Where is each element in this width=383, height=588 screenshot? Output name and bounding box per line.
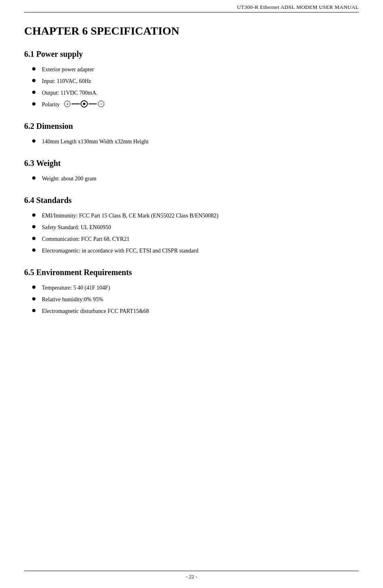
list-item-text: Communication: FCC Part 68, CYR21 bbox=[42, 235, 129, 243]
section-standards: 6.4 Standards EMI/Immunity: FCC Part 15 … bbox=[24, 196, 359, 255]
bullet-icon bbox=[32, 297, 35, 300]
list-item: Temperature: 5 40 (41F 104F) bbox=[32, 284, 359, 292]
polarity-symbol bbox=[64, 100, 104, 108]
bullet-icon bbox=[32, 176, 35, 180]
list-item: Safety Standard: UL EN60950 bbox=[32, 223, 359, 232]
list-item-text: Safety Standard: UL EN60950 bbox=[42, 223, 111, 232]
section-title-standards: 6.4 Standards bbox=[24, 196, 359, 205]
list-item-text: Relative humidity:0% 95% bbox=[42, 295, 103, 304]
list-item: Communication: FCC Part 68, CYR21 bbox=[32, 235, 359, 243]
section-title-power-supply: 6.1 Power supply bbox=[24, 50, 359, 59]
bullet-icon bbox=[32, 213, 35, 217]
section-title-weight: 6.3 Weight bbox=[24, 159, 359, 168]
list-item-text: Exterior power adapter bbox=[42, 65, 94, 74]
bullet-icon bbox=[32, 91, 35, 94]
polarity-line-left bbox=[72, 104, 80, 104]
list-item-text: Weight: about 200 gram bbox=[42, 174, 96, 183]
list-item: Electromagnetic: in accordance with FCC,… bbox=[32, 246, 359, 255]
polarity-label: Polarity bbox=[42, 100, 62, 109]
bullet-icon bbox=[32, 309, 35, 312]
bullet-icon bbox=[32, 102, 35, 106]
section-title-dimension: 6.2 Dimension bbox=[24, 122, 359, 131]
bullet-icon bbox=[32, 237, 35, 240]
list-item-text: 140mm Length x130mm Width x32mm Height bbox=[42, 137, 149, 146]
polarity-center-icon bbox=[81, 100, 88, 108]
bullet-icon bbox=[32, 225, 35, 228]
list-item: EMI/Immunity: FCC Part 15 Class B, CE Ma… bbox=[32, 211, 359, 220]
polarity-plus-icon bbox=[64, 101, 70, 107]
weight-list: Weight: about 200 gram bbox=[32, 174, 359, 183]
header-title: UT300-R Ethernet ADSL MODEM USER MANUAL bbox=[237, 4, 359, 10]
environment-list: Temperature: 5 40 (41F 104F) Relative hu… bbox=[32, 284, 359, 315]
section-weight: 6.3 Weight Weight: about 200 gram bbox=[24, 159, 359, 183]
list-item: Electromagnetic disturbance FCC PART15&6… bbox=[32, 307, 359, 315]
list-item: Output: 11VDC 700mA. bbox=[32, 89, 359, 97]
list-item-text: Output: 11VDC 700mA. bbox=[42, 89, 97, 97]
chapter-title: CHAPTER 6 SPECIFICATION bbox=[24, 25, 359, 37]
bullet-icon bbox=[32, 79, 35, 82]
bullet-icon bbox=[32, 248, 35, 252]
list-item: Exterior power adapter bbox=[32, 65, 359, 74]
list-item: 140mm Length x130mm Width x32mm Height bbox=[32, 137, 359, 146]
dimension-list: 140mm Length x130mm Width x32mm Height bbox=[32, 137, 359, 146]
section-title-environment: 6.5 Environment Requirements bbox=[24, 268, 359, 277]
bullet-icon bbox=[32, 286, 35, 289]
list-item: Relative humidity:0% 95% bbox=[32, 295, 359, 304]
page-number: - 22 - bbox=[186, 574, 197, 580]
list-item-text: Input: 110VAC, 60Hz bbox=[42, 77, 91, 85]
header-bar: UT300-R Ethernet ADSL MODEM USER MANUAL bbox=[24, 4, 359, 12]
polarity-line-right bbox=[89, 104, 97, 104]
list-item-text: Temperature: 5 40 (41F 104F) bbox=[42, 284, 110, 292]
list-item: Input: 110VAC, 60Hz bbox=[32, 77, 359, 85]
section-dimension: 6.2 Dimension 140mm Length x130mm Width … bbox=[24, 122, 359, 146]
section-environment: 6.5 Environment Requirements Temperature… bbox=[24, 268, 359, 315]
polarity-minus-icon bbox=[98, 101, 104, 107]
list-item-text: Electromagnetic: in accordance with FCC,… bbox=[42, 246, 198, 255]
list-item-text: EMI/Immunity: FCC Part 15 Class B, CE Ma… bbox=[42, 211, 218, 220]
list-item-polarity: Polarity bbox=[32, 100, 359, 109]
section-power-supply: 6.1 Power supply Exterior power adapter … bbox=[24, 50, 359, 109]
page-footer: - 22 - bbox=[24, 571, 359, 580]
power-supply-list: Exterior power adapter Input: 110VAC, 60… bbox=[32, 65, 359, 109]
page-container: UT300-R Ethernet ADSL MODEM USER MANUAL … bbox=[0, 0, 383, 588]
bullet-icon bbox=[32, 139, 35, 143]
list-item: Weight: about 200 gram bbox=[32, 174, 359, 183]
bullet-icon bbox=[32, 67, 35, 70]
list-item-text: Electromagnetic disturbance FCC PART15&6… bbox=[42, 307, 149, 315]
standards-list: EMI/Immunity: FCC Part 15 Class B, CE Ma… bbox=[32, 211, 359, 255]
